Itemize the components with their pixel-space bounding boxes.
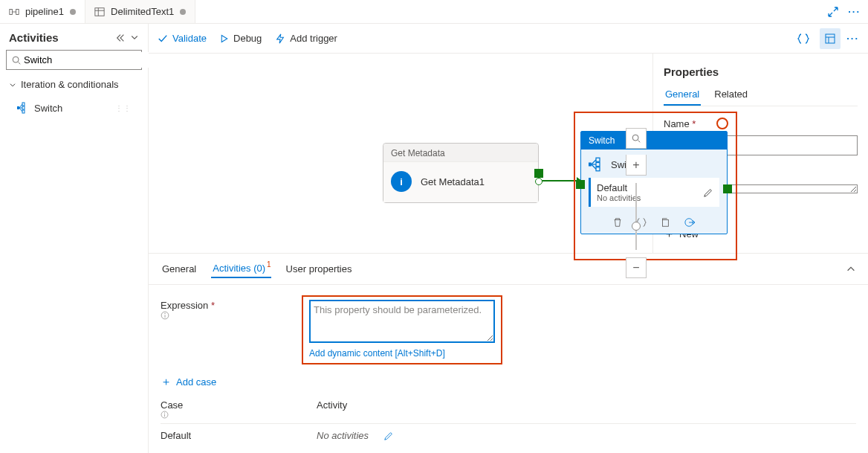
drag-handle-icon[interactable]: ⋮⋮ bbox=[115, 104, 132, 112]
svg-rect-18 bbox=[589, 163, 592, 167]
activity-settings-panel: General Activities (0)1 User properties … bbox=[149, 253, 868, 453]
add-dynamic-content-link[interactable]: Add dynamic content [Alt+Shift+D] bbox=[309, 348, 445, 359]
node-name: Get Metadata1 bbox=[421, 176, 485, 187]
output-port[interactable] bbox=[534, 169, 543, 178]
case-row: Default No activities bbox=[161, 424, 856, 447]
collapse-panel-button[interactable] bbox=[846, 264, 856, 274]
info-icon[interactable] bbox=[161, 411, 317, 419]
tab-activities-label: Activities (0) bbox=[213, 263, 265, 274]
node-get-metadata[interactable]: Get Metadata i Get Metadata1 bbox=[383, 143, 539, 203]
debug-label: Debug bbox=[233, 33, 262, 44]
sidebar-title: Activities bbox=[9, 31, 59, 44]
svg-rect-15 bbox=[826, 34, 835, 43]
svg-line-9 bbox=[19, 104, 22, 108]
svg-rect-14 bbox=[22, 110, 25, 113]
svg-rect-3 bbox=[95, 7, 104, 16]
case-sub: No activities bbox=[597, 193, 703, 202]
svg-point-6 bbox=[13, 57, 19, 62]
tab-general[interactable]: General bbox=[161, 260, 198, 277]
cases-table-header: Case Activity bbox=[161, 395, 856, 424]
unsaved-dot-icon bbox=[70, 9, 76, 15]
highlight-circle-icon bbox=[716, 118, 728, 129]
tab-dataset-label: DelimitedText1 bbox=[111, 6, 174, 17]
th-activity: Activity bbox=[317, 399, 347, 419]
node-switch[interactable]: Switch Switch1 Default No activities bbox=[580, 131, 728, 234]
properties-toggle-button[interactable] bbox=[820, 28, 841, 49]
svg-rect-8 bbox=[17, 106, 19, 109]
expression-input[interactable] bbox=[309, 300, 495, 343]
prop-tab-related[interactable]: Related bbox=[713, 84, 749, 106]
play-icon bbox=[220, 34, 229, 43]
info-icon[interactable] bbox=[161, 311, 287, 320]
tab-pipeline[interactable]: pipeline1 bbox=[0, 0, 85, 23]
svg-point-34 bbox=[164, 413, 165, 414]
file-tabstrip: pipeline1 DelimitedText1 ··· bbox=[0, 0, 868, 24]
info-icon: i bbox=[391, 171, 412, 192]
expand-icon[interactable] bbox=[827, 6, 839, 18]
editor-toolbar: Validate Debug Add trigger bbox=[149, 24, 868, 54]
sidebar-item-label: Switch bbox=[34, 103, 109, 114]
add-case-label: Add case bbox=[176, 376, 216, 388]
table-icon bbox=[94, 7, 105, 17]
validate-label: Validate bbox=[172, 33, 207, 44]
tab-activities[interactable]: Activities (0)1 bbox=[211, 260, 271, 278]
zoom-out-button[interactable]: − bbox=[626, 257, 647, 278]
plus-icon: ＋ bbox=[161, 375, 172, 389]
case-activity: No activities bbox=[317, 430, 369, 441]
svg-rect-0 bbox=[10, 9, 13, 14]
tab-dataset[interactable]: DelimitedText1 bbox=[85, 0, 195, 23]
output-port[interactable] bbox=[723, 184, 732, 193]
switch-icon bbox=[16, 102, 28, 114]
delete-icon[interactable] bbox=[612, 217, 623, 228]
case-name: Default bbox=[161, 430, 317, 441]
svg-rect-12 bbox=[22, 103, 25, 106]
tab-userprops[interactable]: User properties bbox=[285, 260, 354, 277]
debug-button[interactable]: Debug bbox=[220, 33, 262, 44]
prop-tab-general[interactable]: General bbox=[664, 84, 701, 106]
properties-title: Properties bbox=[664, 65, 858, 78]
add-case-button[interactable]: ＋ Add case bbox=[161, 375, 856, 389]
arrow-right-icon[interactable] bbox=[684, 217, 696, 228]
trigger-icon bbox=[275, 33, 285, 44]
validate-button[interactable]: Validate bbox=[158, 33, 207, 44]
zoom-reset-button[interactable] bbox=[626, 128, 647, 149]
json-view-button[interactable] bbox=[793, 28, 814, 49]
add-trigger-label: Add trigger bbox=[290, 33, 337, 44]
node-type-label: Get Metadata bbox=[383, 144, 538, 162]
search-icon bbox=[11, 55, 22, 65]
more-icon[interactable]: ··· bbox=[846, 33, 859, 44]
highlight-box: Add dynamic content [Alt+Shift+D] bbox=[302, 295, 502, 364]
sidebar-item-switch[interactable]: Switch ⋮⋮ bbox=[6, 99, 142, 117]
activity-search[interactable] bbox=[6, 50, 142, 70]
svg-rect-1 bbox=[16, 9, 19, 14]
add-trigger-button[interactable]: Add trigger bbox=[275, 33, 337, 44]
th-case: Case bbox=[161, 399, 183, 411]
sidebar-category-iteration[interactable]: Iteration & conditionals bbox=[6, 76, 142, 93]
activity-search-input[interactable] bbox=[22, 52, 151, 68]
svg-rect-23 bbox=[596, 163, 600, 167]
tab-pipeline-label: pipeline1 bbox=[25, 6, 64, 17]
more-icon[interactable]: ··· bbox=[848, 6, 861, 17]
switch-default-case[interactable]: Default No activities bbox=[589, 178, 719, 207]
svg-rect-25 bbox=[663, 220, 669, 227]
pipeline-canvas[interactable]: Get Metadata i Get Metadata1 bbox=[149, 54, 652, 253]
input-port[interactable] bbox=[576, 180, 585, 189]
pipeline-icon bbox=[9, 7, 19, 17]
zoom-knob[interactable] bbox=[632, 222, 641, 231]
expression-label: Expression bbox=[161, 300, 208, 311]
zoom-in-button[interactable]: + bbox=[626, 155, 647, 176]
error-badge: 1 bbox=[267, 260, 271, 269]
chevron-down-icon[interactable] bbox=[130, 33, 139, 43]
copy-icon[interactable] bbox=[660, 217, 670, 228]
case-title: Default bbox=[597, 182, 627, 193]
svg-line-28 bbox=[638, 141, 641, 143]
collapse-double-icon[interactable] bbox=[115, 33, 126, 43]
pencil-icon[interactable] bbox=[703, 187, 713, 198]
svg-point-27 bbox=[632, 135, 638, 141]
svg-point-31 bbox=[164, 313, 165, 314]
sidebar-category-label: Iteration & conditionals bbox=[21, 79, 119, 90]
pencil-icon[interactable] bbox=[383, 431, 394, 441]
switch-icon bbox=[589, 157, 603, 172]
svg-rect-24 bbox=[596, 167, 600, 171]
zoom-slider[interactable] bbox=[635, 183, 637, 250]
